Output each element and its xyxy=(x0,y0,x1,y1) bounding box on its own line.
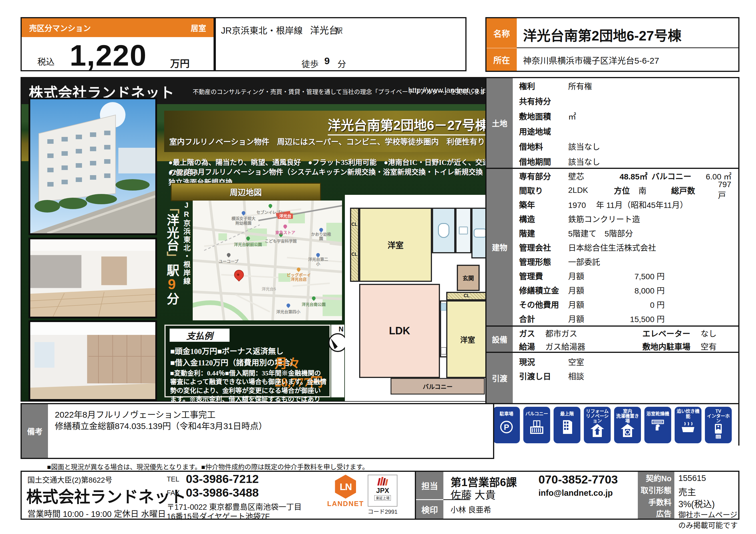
handover-row-value: 相談 xyxy=(568,370,584,382)
deal-type: 売主 xyxy=(678,485,696,498)
section-handover: 引渡 現況空室 引渡し日相談 xyxy=(486,353,738,404)
area-map-button-label: 周辺地図 xyxy=(230,186,262,198)
building-area-label: 専有部分 xyxy=(519,170,568,182)
building-row-label: 構造 xyxy=(519,213,568,224)
direction-label: 方位 xyxy=(614,185,638,196)
map-label: ビッグボーイ 洋光台店 xyxy=(287,273,310,282)
fee-amount: 0 円 xyxy=(616,299,665,310)
livingroom-photo xyxy=(29,238,157,318)
ldk: LDK xyxy=(359,284,440,378)
section-building: 建物 専有部分 壁芯 48.85㎡ バルコニー 6.00 ㎡ 間取り 2LDK … xyxy=(486,169,738,327)
kenin-name: 小林 良亜希 xyxy=(450,504,491,515)
wall-core: 壁芯 xyxy=(568,170,605,182)
bedroom-2-label: 洋室 xyxy=(460,334,475,344)
area-value: 48.85㎡ xyxy=(605,170,648,182)
map-label: 洋光台5 xyxy=(262,287,276,291)
fee-amount: 8,000 円 xyxy=(616,284,665,296)
handover-row-label: 引渡し日 xyxy=(519,370,568,382)
ad-label: 広告 xyxy=(638,508,674,519)
feature-washer: 室内 洗濯機置き場 xyxy=(614,407,641,443)
map-pin-icon xyxy=(226,252,231,258)
jpx-bars-icon xyxy=(376,477,389,487)
section-land-label: 土地 xyxy=(486,78,513,168)
tanto-label: 担当 xyxy=(416,472,444,499)
empty-cell xyxy=(348,17,467,71)
license-number: 国土交通大臣(2)第8622号 xyxy=(27,474,113,485)
bedroom-1: 洋室 xyxy=(359,208,432,282)
commission: 3%(税込) xyxy=(678,497,715,510)
ad-policy: 御社ホームページのみ掲載可能です xyxy=(678,509,738,530)
footer-address-2: 16番15号ダイヤゲート池袋7F xyxy=(167,510,270,521)
footer-company: 株式会社ランドネット xyxy=(26,484,186,507)
footer-box: 国土交通大臣(2)第8622号 株式会社ランドネット 営業時間 10:00 - … xyxy=(20,471,740,520)
disclaimer-note: ■図面と現況が異なる場合は、現況優先となります。■仲介物件成約の際は既定の仲介手… xyxy=(47,462,369,471)
compass: N xyxy=(331,325,344,397)
toilet xyxy=(432,208,455,253)
name-address-box: 名称 洋光台南第2団地6-27号棟 所在 神奈川県横浜市磯子区洋光台5-6-27 xyxy=(485,17,740,72)
map-pin-icon xyxy=(311,295,316,301)
area-map-button: 周辺地図 xyxy=(171,183,321,201)
feature-renovation: リフォーム リノベーション xyxy=(584,407,611,443)
fee-row-label: 合計 xyxy=(519,313,568,324)
building-photo xyxy=(29,98,157,235)
building-row-label: 階建 xyxy=(519,227,568,239)
jpx-code: コード2991 xyxy=(368,507,398,516)
bedroom-2: 洋室 xyxy=(446,300,489,378)
jpx-listed: 東証上場 xyxy=(374,495,391,501)
parking-value: 空有 xyxy=(701,341,716,352)
walk-label: 徒歩 xyxy=(302,57,319,70)
layout-label: 間取り xyxy=(519,185,568,196)
tv-intercom-icon xyxy=(712,423,725,439)
floorplan-box: CL CL 洋室 玄関 LDK xyxy=(345,195,494,401)
fee-period: 月額 xyxy=(568,313,616,324)
landnet-logo-letters: LN xyxy=(340,481,351,492)
deal-type-label: 取引形態 xyxy=(638,484,674,496)
remarks-label: 備考 xyxy=(22,404,48,458)
building-row-label: 管理形態 xyxy=(519,256,568,267)
hotwater-label: 給湯 xyxy=(519,341,545,352)
flyer-subtitle: 室内フルリノベーション物件 周辺にはスーパー、コンビニ、学校等徒歩圏内 利便性有… xyxy=(169,136,485,147)
map-label: 洋光台南公園 xyxy=(302,303,326,307)
top-floor-icon xyxy=(560,419,574,435)
section-handover-label: 引渡 xyxy=(486,353,513,403)
payment-box: 支払例 ■頭金100万円■ボーナス返済無し ■借入金1120万円（諸費用別の場合… xyxy=(164,325,331,397)
price-unit: 万円 xyxy=(170,56,190,70)
flyer-title: 洋光台南第2団地6－27号棟 xyxy=(328,118,488,136)
renovation-icon xyxy=(590,423,605,438)
balcony: バルコニー xyxy=(391,378,485,394)
contact-person: 佐藤 大貴 xyxy=(450,487,496,502)
station-suffix: 駅 xyxy=(336,25,342,35)
map-label: 洋光台駅前公園 xyxy=(234,243,262,247)
closet-strip-left xyxy=(350,208,359,282)
gas-value: 都市ガス xyxy=(545,327,642,339)
walk-unit: 分 xyxy=(338,57,346,70)
handover-row-label: 現況 xyxy=(519,356,568,368)
map-label: 東急ストア xyxy=(275,231,295,235)
price-value: 1,220 xyxy=(70,40,147,70)
rail-line: JR京浜東北・根岸線 xyxy=(221,23,303,36)
closet-label-2: CL xyxy=(351,252,358,257)
property-name: 洋光台南第2団地6-27号棟 xyxy=(523,25,682,44)
landnet-logo: LN LANDNET xyxy=(327,475,364,508)
fee-row-label: その他費用 xyxy=(519,299,568,310)
building-row-label: 築年 xyxy=(519,199,568,210)
payment-line1: ■頭金100万円■ボーナス返済無し xyxy=(170,345,284,356)
map-label: 洋光台第二小 xyxy=(306,257,330,266)
feature-top-floor: 最上階 xyxy=(554,407,580,443)
bedroom-photo xyxy=(29,320,157,401)
washroom xyxy=(455,208,472,253)
map-label: 洋光台 xyxy=(278,214,293,219)
compass-n: N xyxy=(338,325,343,333)
flyer-url: http://www.landnet.co.jp xyxy=(408,86,487,95)
landnet-logo-icon: LN xyxy=(335,475,356,498)
quote-close: 」 xyxy=(165,251,179,264)
land-row-label: 共有持分 xyxy=(519,95,568,107)
land-row-label: 借地料 xyxy=(519,140,568,152)
contract-number: 155615 xyxy=(678,473,706,483)
fee-amount: 15,500 円 xyxy=(616,313,665,324)
details-table: 土地 権利所有権 共有持分 敷地面積㎡ 用途地域 借地料該当なし 借地期間該当な… xyxy=(485,77,740,445)
direction-value: 南 xyxy=(638,185,671,196)
land-row-value: 該当なし xyxy=(568,156,600,167)
map-pin-icon xyxy=(245,236,250,241)
access-box: JR京浜東北・根岸線 洋光台 駅 徒歩 9 分 xyxy=(215,17,349,71)
